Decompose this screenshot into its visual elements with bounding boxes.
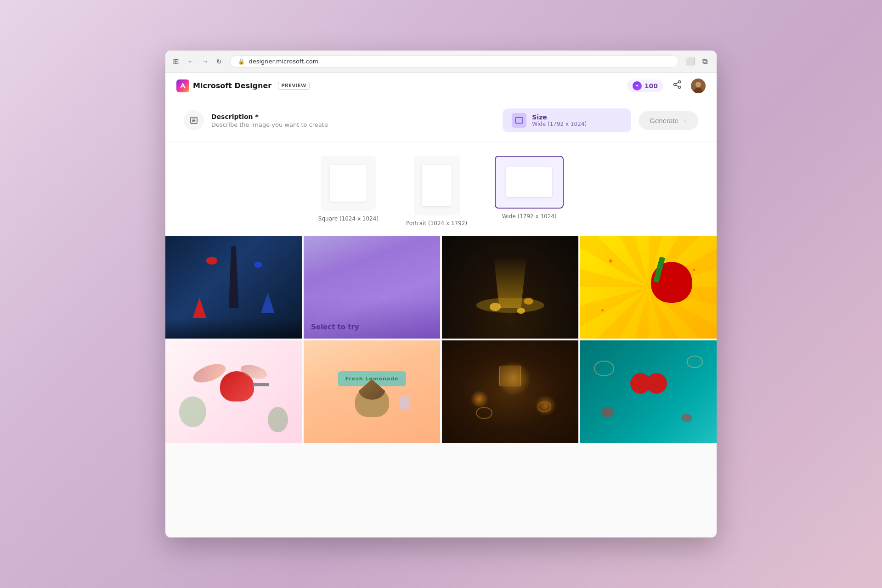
gallery-item-2[interactable]: Select to try xyxy=(304,236,440,339)
credits-badge: ✦ 100 xyxy=(627,79,663,92)
toolbar-row: Description * Describe the image you wan… xyxy=(184,108,698,132)
gallery-item-5[interactable] xyxy=(165,340,302,443)
size-label: Size xyxy=(532,113,587,121)
gallery-item-4[interactable]: ✦ ✦ ✦ xyxy=(580,236,717,339)
gallery-item-1[interactable] xyxy=(165,236,302,339)
lock-icon: 🔒 xyxy=(238,58,245,65)
size-option-wide[interactable]: Wide (1792 x 1024) xyxy=(495,156,564,226)
svg-point-6 xyxy=(695,82,701,87)
size-card-portrait xyxy=(414,156,460,215)
size-icon xyxy=(512,113,526,128)
credits-count: 100 xyxy=(645,82,658,90)
size-inner-wide xyxy=(506,167,552,197)
main-content: Description * Describe the image you wan… xyxy=(165,99,717,537)
svg-line-3 xyxy=(676,82,678,84)
generate-button[interactable]: Generate → xyxy=(639,111,698,130)
gallery-item-8[interactable] xyxy=(580,340,717,443)
share-button[interactable] xyxy=(669,78,685,93)
cast-button[interactable]: ⬜ xyxy=(684,55,697,68)
description-text-block: Description * Describe the image you wan… xyxy=(211,113,328,128)
size-option-portrait-label: Portrait (1024 x 1792) xyxy=(406,220,467,226)
logo-icon xyxy=(176,79,189,92)
size-options-panel: Square (1024 x 1024) Portrait (1024 x 17… xyxy=(165,142,717,236)
generate-label: Generate → xyxy=(650,117,687,124)
nav-buttons: ← → ↻ xyxy=(184,56,225,67)
url-text: designer.microsoft.com xyxy=(249,58,318,65)
size-inner-portrait xyxy=(422,165,452,206)
description-label: Description * xyxy=(211,113,328,120)
preview-badge: PREVIEW xyxy=(278,82,310,90)
sidebar-toggle-icon[interactable]: ⊞ xyxy=(173,57,179,66)
size-option-square-label: Square (1024 x 1024) xyxy=(318,215,379,222)
svg-line-4 xyxy=(676,85,678,87)
back-button[interactable]: ← xyxy=(184,56,196,67)
credits-icon: ✦ xyxy=(633,81,642,90)
size-text-block: Size Wide (1792 x 1024) xyxy=(532,113,587,127)
size-inner-square xyxy=(330,165,367,202)
browser-actions: ⬜ ⧉ xyxy=(684,55,709,68)
gallery-item-6[interactable]: Fresh Lemonade xyxy=(304,340,440,443)
forward-button[interactable]: → xyxy=(199,56,211,67)
size-value: Wide (1792 x 1024) xyxy=(532,121,587,127)
size-card-square xyxy=(321,156,376,211)
app-logo: Microsoft Designer PREVIEW xyxy=(176,79,310,92)
svg-rect-10 xyxy=(517,119,521,122)
size-option-wide-label: Wide (1792 x 1024) xyxy=(502,213,557,220)
gallery-item-3[interactable] xyxy=(442,236,578,339)
size-card-wide xyxy=(495,156,564,209)
browser-window: ⊞ ← → ↻ 🔒 designer.microsoft.com ⬜ ⧉ Mic… xyxy=(165,51,717,537)
size-option-portrait[interactable]: Portrait (1024 x 1792) xyxy=(406,156,467,226)
address-bar[interactable]: 🔒 designer.microsoft.com xyxy=(230,55,678,68)
gallery-grid: Select to try xyxy=(165,236,717,443)
user-avatar[interactable] xyxy=(691,79,706,93)
select-to-try-label: Select to try xyxy=(311,323,359,331)
gallery-section: Select to try xyxy=(165,236,717,443)
description-placeholder-text: Describe the image you want to create xyxy=(211,121,328,128)
description-area: Description * Describe the image you wan… xyxy=(184,110,487,130)
app-header: Microsoft Designer PREVIEW ✦ 100 xyxy=(165,73,717,99)
description-icon xyxy=(184,110,204,130)
app-name-text: Microsoft Designer xyxy=(193,81,271,90)
svg-point-1 xyxy=(674,84,676,86)
gallery-item-7[interactable] xyxy=(442,340,578,443)
header-right: ✦ 100 xyxy=(627,78,706,93)
toolbar-divider xyxy=(495,111,495,130)
split-view-button[interactable]: ⧉ xyxy=(701,56,709,68)
toolbar-section: Description * Describe the image you wan… xyxy=(165,99,717,142)
size-selector-button[interactable]: Size Wide (1792 x 1024) xyxy=(503,108,631,132)
refresh-button[interactable]: ↻ xyxy=(214,56,225,67)
browser-chrome: ⊞ ← → ↻ 🔒 designer.microsoft.com ⬜ ⧉ xyxy=(165,51,717,73)
size-option-square[interactable]: Square (1024 x 1024) xyxy=(318,156,379,226)
